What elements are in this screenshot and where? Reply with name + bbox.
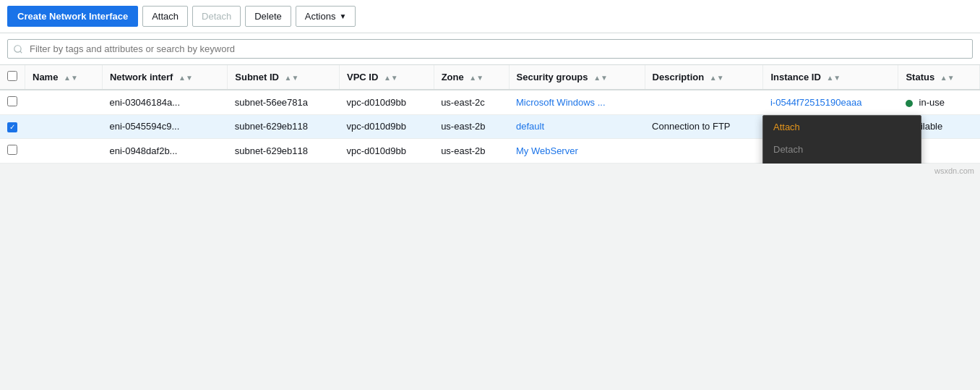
checkbox-selected [7,122,17,132]
row2-description: Connection to FTP [645,115,763,139]
row1-instance-id[interactable]: i-0544f72515190eaaa [763,90,898,115]
column-header-vpc-id[interactable]: VPC ID ▲▼ [339,65,434,90]
delete-button[interactable]: Delete [245,6,291,27]
sort-vpc-icon: ▲▼ [384,74,398,82]
context-menu: AttachDetachDeleteManage IP AddressesAss… [762,115,921,164]
actions-label: Actions [305,11,336,22]
row3-zone: us-east-2b [434,138,509,163]
sort-instance-icon: ▲▼ [826,74,841,82]
detach-button[interactable]: Detach [192,6,241,27]
row3-checkbox[interactable] [0,138,25,163]
watermark: wsxdn.com [0,164,980,178]
row2-checkbox[interactable] [0,115,25,139]
sort-description-icon: ▲▼ [710,74,724,82]
network-interfaces-table: Name ▲▼ Network interf ▲▼ Subnet ID ▲▼ V… [0,65,980,164]
search-icon [13,44,23,54]
row1-status: in-use [898,90,980,115]
column-header-security-groups[interactable]: Security groups ▲▼ [509,65,645,90]
row2-subnet-id: subnet-629eb118 [228,115,340,139]
select-all-checkbox[interactable] [0,65,25,90]
row1-vpc-id: vpc-d010d9bb [339,90,434,115]
row2-name [25,115,103,139]
row3-description [645,138,763,163]
row2-status: available AttachDetachDeleteManage IP Ad… [898,115,980,139]
sort-zone-icon: ▲▼ [469,74,483,82]
row1-network-interface: eni-03046184a... [102,90,227,115]
chevron-down-icon: ▼ [339,12,346,20]
sort-status-icon: ▲▼ [940,74,955,82]
sort-name-icon: ▲▼ [64,74,78,82]
row1-checkbox[interactable] [0,90,25,115]
row3-vpc-id: vpc-d010d9bb [339,138,434,163]
search-input[interactable] [7,39,973,59]
column-header-instance-id[interactable]: Instance ID ▲▼ [763,65,898,90]
sort-network-icon: ▲▼ [179,74,193,82]
row3-security-groups[interactable]: My WebServer [509,138,645,163]
column-header-status[interactable]: Status ▲▼ [898,65,980,90]
context-menu-item-delete[interactable]: Delete [763,161,921,164]
status-dot-inuse [906,100,913,107]
context-menu-item-attach[interactable]: Attach [763,116,921,138]
table-row: eni-0545594c9... subnet-629eb118 vpc-d01… [0,115,980,139]
row3-network-interface: eni-0948daf2b... [102,138,227,163]
row2-security-groups[interactable]: default [509,115,645,139]
column-header-network-interface[interactable]: Network interf ▲▼ [102,65,227,90]
row2-zone: us-east-2b [434,115,509,139]
row1-security-groups[interactable]: Microsoft Windows ... [509,90,645,115]
actions-button[interactable]: Actions ▼ [296,6,356,27]
row2-vpc-id: vpc-d010d9bb [339,115,434,139]
table-row: eni-03046184a... subnet-56ee781a vpc-d01… [0,90,980,115]
create-network-interface-button[interactable]: Create Network Interface [7,6,138,27]
table-header-row: Name ▲▼ Network interf ▲▼ Subnet ID ▲▼ V… [0,65,980,90]
toolbar: Create Network Interface Attach Detach D… [0,0,980,33]
column-header-zone[interactable]: Zone ▲▼ [434,65,509,90]
row1-subnet-id: subnet-56ee781a [228,90,340,115]
sort-subnet-icon: ▲▼ [285,74,299,82]
column-header-subnet-id[interactable]: Subnet ID ▲▼ [228,65,340,90]
context-menu-item-detach: Detach [763,138,921,161]
sort-security-icon: ▲▼ [593,74,608,82]
row1-description [645,90,763,115]
search-bar [0,33,980,65]
svg-line-1 [20,51,22,53]
row3-name [25,138,103,163]
svg-point-0 [14,45,21,51]
row1-zone: us-east-2c [434,90,509,115]
row2-network-interface: eni-0545594c9... [102,115,227,139]
row3-subnet-id: subnet-629eb118 [228,138,340,163]
attach-button[interactable]: Attach [142,6,188,27]
column-header-description[interactable]: Description ▲▼ [645,65,763,90]
column-header-name[interactable]: Name ▲▼ [25,65,103,90]
row1-name [25,90,103,115]
